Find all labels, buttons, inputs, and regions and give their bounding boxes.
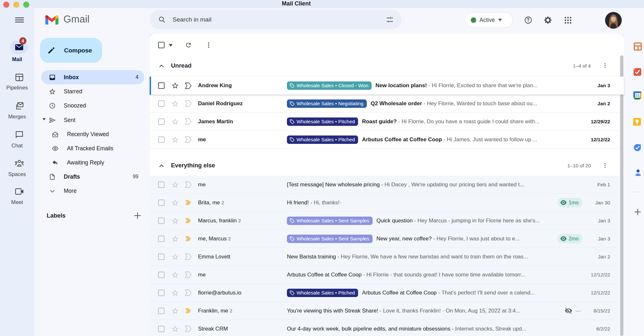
svg-text:31: 31 xyxy=(635,94,639,98)
